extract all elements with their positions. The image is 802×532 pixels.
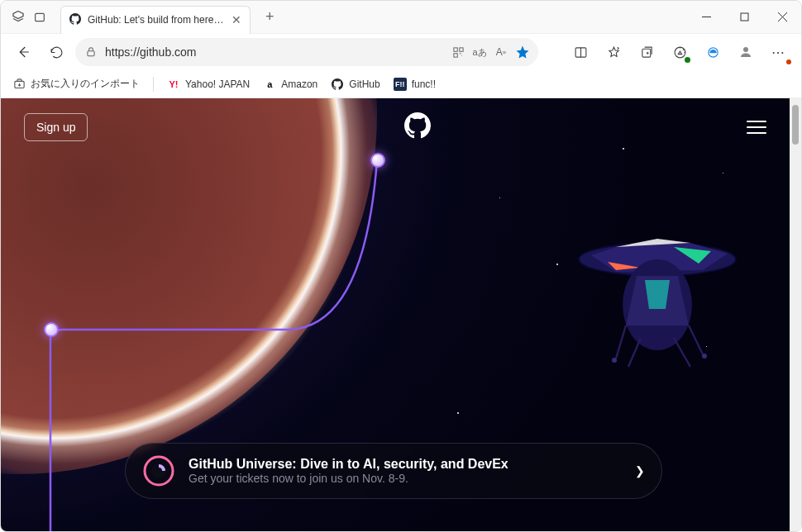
hamburger-menu-icon[interactable] (747, 121, 766, 134)
refresh-button[interactable] (42, 38, 70, 66)
bookmarks-bar: お気に入りのインポート Y! Yahoo! JAPAN a Amazon Git… (1, 70, 801, 98)
node-marker (44, 322, 59, 337)
svg-rect-4 (459, 47, 462, 50)
profile-icon[interactable] (732, 38, 760, 66)
workspaces-icon[interactable] (11, 10, 26, 25)
bookmark-amazon[interactable]: a Amazon (263, 78, 317, 91)
github-logo-icon[interactable] (404, 112, 431, 142)
browser-tab[interactable]: GitHub: Let's build from here · Gi ✕ (60, 6, 251, 34)
menu-button[interactable]: ⋯ (765, 38, 793, 66)
bookmark-label: Amazon (281, 78, 317, 90)
close-window-button[interactable] (763, 1, 801, 34)
collections-icon[interactable] (633, 38, 661, 66)
url-input[interactable] (105, 45, 444, 59)
import-icon (12, 78, 26, 91)
browser-toolbar: aあ A» ⋯ (1, 34, 801, 70)
minimize-button[interactable] (687, 1, 725, 34)
universe-logo-icon (142, 454, 175, 487)
amazon-favicon-icon: a (263, 78, 276, 91)
reading-mode-icon[interactable]: A» (494, 45, 508, 59)
planet-rim-illustration (1, 98, 389, 487)
divider (153, 77, 154, 92)
tab-actions-icon[interactable] (32, 10, 47, 25)
star-decoration (457, 412, 459, 414)
qr-icon[interactable] (451, 45, 465, 59)
bookmark-github[interactable]: GitHub (331, 78, 380, 91)
page-header: Sign up (1, 98, 790, 156)
signup-button[interactable]: Sign up (24, 113, 88, 141)
maximize-button[interactable] (725, 1, 763, 34)
bookmark-label: Yahoo! JAPAN (185, 78, 250, 90)
svg-rect-7 (642, 49, 650, 57)
scroll-thumb[interactable] (792, 105, 799, 145)
ie-mode-icon[interactable] (699, 38, 727, 66)
drone-illustration (566, 230, 748, 379)
yahoo-favicon-icon: Y! (167, 78, 180, 91)
back-button[interactable] (9, 38, 37, 66)
bookmark-label: func!! (412, 78, 436, 90)
svg-rect-5 (453, 53, 456, 56)
tab-title: GitHub: Let's build from here · Gi (88, 14, 225, 26)
tab-close-icon[interactable]: ✕ (232, 13, 241, 26)
star-decoration (556, 264, 558, 265)
split-screen-icon[interactable] (566, 38, 594, 66)
bookmark-yahoo[interactable]: Y! Yahoo! JAPAN (167, 78, 250, 91)
announcement-callout[interactable]: GitHub Universe: Dive in to AI, security… (125, 443, 662, 499)
github-favicon-icon (331, 78, 344, 91)
performance-icon[interactable] (666, 38, 694, 66)
new-tab-button[interactable]: + (265, 8, 274, 26)
svg-rect-1 (741, 13, 748, 21)
svg-point-13 (612, 358, 617, 363)
callout-subtitle: Get your tickets now to join us on Nov. … (189, 472, 622, 485)
callout-title: GitHub Universe: Dive in to AI, security… (189, 457, 622, 472)
star-decoration (723, 173, 723, 173)
svg-rect-2 (88, 51, 94, 56)
svg-rect-3 (453, 47, 456, 50)
favorite-star-icon[interactable] (515, 45, 530, 59)
bookmark-label: お気に入りのインポート (31, 77, 140, 91)
chevron-right-icon: ❯ (635, 464, 645, 477)
svg-point-14 (702, 354, 707, 359)
page-content: Sign up GitHub Universe: Dive in to AI, … (1, 98, 790, 532)
address-bar[interactable]: aあ A» (75, 38, 538, 66)
github-favicon-icon (69, 13, 81, 27)
translate-icon[interactable]: aあ (472, 45, 487, 59)
viewport: Sign up GitHub Universe: Dive in to AI, … (1, 98, 801, 532)
svg-rect-0 (36, 13, 45, 21)
favorites-icon[interactable] (599, 38, 628, 66)
func-favicon-icon: F!! (394, 78, 407, 91)
star-decoration (499, 197, 500, 198)
window-titlebar: GitHub: Let's build from here · Gi ✕ + (1, 1, 801, 34)
vertical-scrollbar[interactable] (790, 98, 801, 532)
site-info-icon[interactable] (84, 45, 98, 59)
bookmark-label: GitHub (349, 78, 380, 90)
bookmark-func[interactable]: F!! func!! (394, 78, 436, 91)
svg-point-9 (743, 47, 748, 52)
import-favorites-button[interactable]: お気に入りのインポート (12, 77, 140, 91)
